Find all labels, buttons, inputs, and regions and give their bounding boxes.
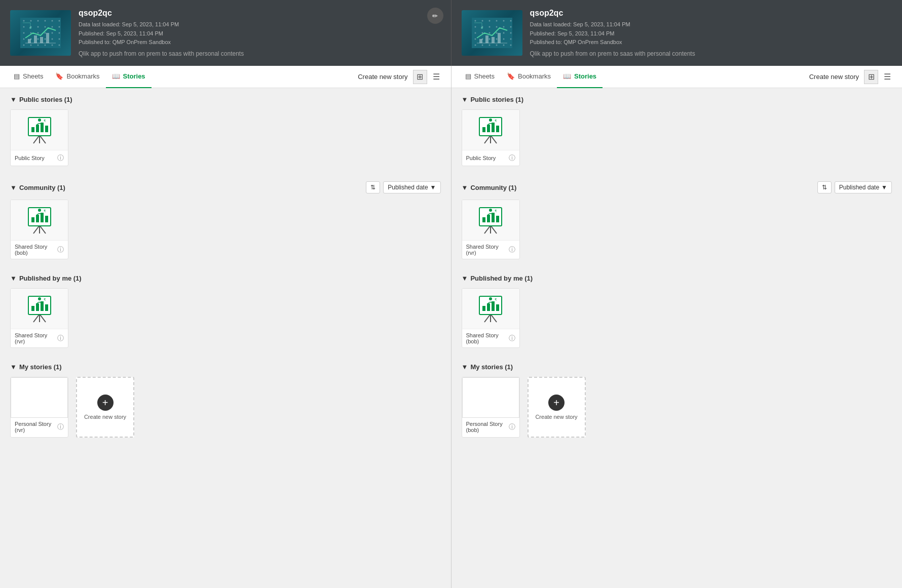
story-card-footer: Shared Story (bob) ⓘ	[11, 241, 68, 259]
info-icon[interactable]: ⓘ	[509, 245, 515, 254]
svg-point-26	[52, 26, 53, 28]
section-community-right: ▼Community (1) ⇅ Published date ▼ ₹ Shar…	[452, 174, 903, 267]
svg-point-64	[488, 20, 490, 22]
svg-point-52	[474, 20, 476, 22]
info-icon[interactable]: ⓘ	[509, 422, 515, 432]
svg-point-21	[45, 32, 46, 34]
sort-order-btn[interactable]: ⇅	[817, 181, 832, 193]
story-card[interactable]: Personal Story (bob) ⓘ	[462, 377, 520, 438]
section-title-text: Community (1)	[470, 184, 516, 191]
tab-stories-right[interactable]: 📖Stories	[557, 66, 603, 88]
section-title-text: Published by me (1)	[470, 275, 533, 282]
svg-point-79	[503, 38, 504, 40]
tab-icon-stories: 📖	[563, 72, 571, 80]
svg-line-113	[40, 225, 46, 233]
info-icon[interactable]: ⓘ	[57, 153, 64, 163]
svg-rect-127	[36, 303, 39, 311]
section-title[interactable]: ▼Public stories (1)	[462, 96, 524, 103]
create-story-card-label: Create new story	[535, 414, 577, 420]
tab-sheets-right[interactable]: ▤Sheets	[459, 66, 501, 88]
info-icon[interactable]: ⓘ	[57, 334, 64, 343]
story-card[interactable]: ₹ Shared Story (bob) ⓘ	[462, 288, 520, 348]
tab-bookmarks-right[interactable]: 🔖Bookmarks	[501, 66, 557, 88]
svg-point-72	[496, 32, 497, 34]
svg-rect-146	[482, 217, 485, 222]
tab-label: Sheets	[23, 72, 43, 80]
list-icon: ☰	[884, 72, 891, 82]
svg-rect-95	[479, 39, 482, 43]
info-icon[interactable]: ⓘ	[509, 334, 515, 343]
story-card[interactable]: ₹ Shared Story (rvr) ⓘ	[462, 200, 520, 259]
tab-bookmarks-left[interactable]: 🔖Bookmarks	[49, 66, 105, 88]
story-card-thumbnail: ₹	[462, 289, 519, 329]
svg-line-142	[484, 225, 491, 233]
svg-point-71	[496, 26, 497, 28]
top-panel-left: qsop2qc Data last loaded: Sep 5, 2023, 1…	[0, 0, 451, 66]
chevron-down-icon: ▼	[881, 184, 887, 191]
create-story-btn-left[interactable]: Create new story	[358, 73, 407, 81]
svg-line-132	[484, 135, 491, 143]
app-thumbnail-left	[10, 10, 71, 56]
info-icon[interactable]: ⓘ	[57, 245, 64, 254]
svg-line-133	[491, 135, 497, 143]
svg-rect-129	[45, 304, 48, 311]
svg-point-53	[474, 26, 476, 28]
section-title[interactable]: ▼Community (1)	[462, 184, 517, 191]
svg-point-19	[45, 20, 46, 22]
svg-point-31	[59, 20, 60, 22]
create-story-card[interactable]: + Create new story	[76, 377, 134, 438]
svg-point-140	[489, 119, 492, 122]
story-grid: Personal Story (bob) ⓘ + Create new stor…	[462, 377, 892, 438]
svg-point-77	[503, 26, 504, 28]
section-title[interactable]: ▼Published by me (1)	[462, 275, 533, 282]
svg-point-3	[23, 32, 25, 34]
panel-left: ▤Sheets🔖Bookmarks📖StoriesCreate new stor…	[0, 66, 451, 588]
sort-date-btn[interactable]: Published date ▼	[383, 181, 440, 193]
list-view-btn-right[interactable]: ☰	[880, 70, 894, 84]
create-story-btn-right[interactable]: Create new story	[809, 73, 859, 81]
story-card-label: Shared Story (bob)	[466, 332, 509, 344]
svg-rect-159	[496, 304, 499, 311]
story-card[interactable]: ₹ Shared Story (rvr) ⓘ	[10, 288, 68, 348]
story-card[interactable]: ₹ Shared Story (bob) ⓘ	[10, 200, 68, 259]
info-icon[interactable]: ⓘ	[57, 422, 64, 432]
tab-sheets-left[interactable]: ▤Sheets	[8, 66, 49, 88]
svg-point-66	[488, 32, 490, 34]
grid-view-btn-right[interactable]: ⊞	[864, 70, 878, 84]
section-title[interactable]: ▼My stories (1)	[10, 363, 62, 371]
svg-point-29	[52, 45, 53, 46]
story-card-thumbnail	[11, 377, 68, 418]
section-title[interactable]: ▼Public stories (1)	[10, 96, 72, 103]
section-community-left: ▼Community (1) ⇅ Published date ▼ ₹ Shar…	[0, 174, 451, 267]
grid-view-btn-left[interactable]: ⊞	[413, 70, 427, 84]
info-icon[interactable]: ⓘ	[509, 153, 515, 163]
story-card[interactable]: ₹ Public Story ⓘ	[462, 109, 520, 166]
story-card-label: Shared Story (rvr)	[15, 332, 57, 344]
list-view-btn-left[interactable]: ☰	[429, 70, 443, 84]
svg-rect-97	[492, 37, 495, 43]
svg-rect-156	[482, 306, 485, 311]
story-card-footer: Shared Story (rvr) ⓘ	[11, 329, 68, 347]
svg-line-112	[33, 225, 40, 233]
section-title[interactable]: ▼My stories (1)	[462, 363, 513, 371]
sort-order-btn[interactable]: ⇅	[366, 181, 380, 193]
story-card-thumbnail: ₹	[11, 289, 68, 329]
app-info-right: qsop2qc Data last loaded: Sep 5, 2023, 1…	[530, 9, 695, 57]
tab-icon-sheets: ▤	[465, 72, 471, 80]
story-card[interactable]: ₹ Public Story ⓘ	[10, 109, 68, 166]
svg-rect-46	[40, 37, 43, 43]
sort-date-btn[interactable]: Published date ▼	[835, 181, 892, 193]
section-title[interactable]: ▼Community (1)	[10, 184, 65, 191]
tab-icon-bookmarks: 🔖	[55, 72, 63, 80]
create-story-card[interactable]: + Create new story	[528, 377, 586, 438]
story-card[interactable]: Personal Story (rvr) ⓘ	[10, 377, 68, 438]
section-my-left: ▼My stories (1) Personal Story (rvr) ⓘ +…	[0, 356, 451, 445]
svg-point-78	[503, 32, 504, 34]
tab-stories-left[interactable]: 📖Stories	[106, 66, 152, 88]
svg-point-83	[510, 26, 511, 28]
svg-point-23	[45, 45, 46, 46]
edit-button[interactable]: ✏	[427, 8, 443, 24]
section-title-text: Public stories (1)	[19, 96, 72, 103]
app-meta-left: Data last loaded: Sep 5, 2023, 11:04 PM …	[79, 20, 244, 47]
section-title[interactable]: ▼Published by me (1)	[10, 275, 82, 282]
